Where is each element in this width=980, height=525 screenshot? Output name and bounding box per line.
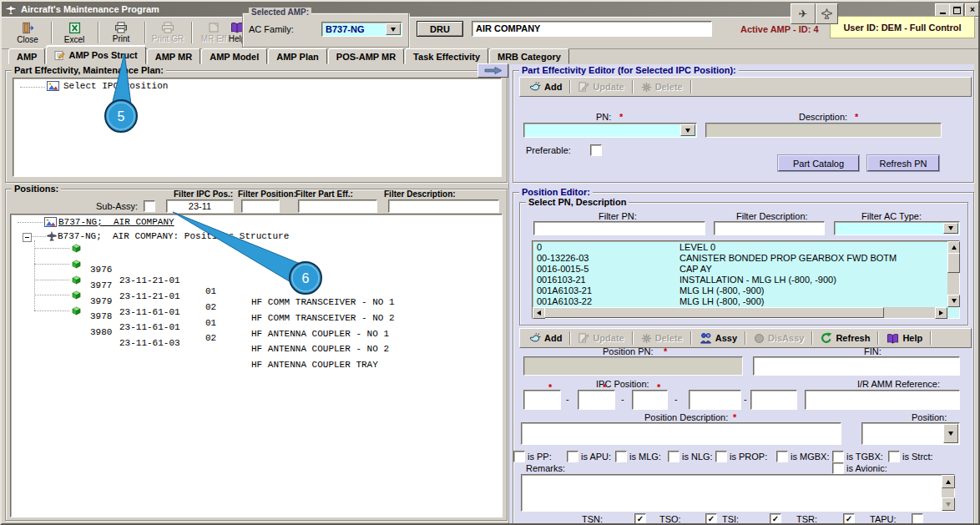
is-tgbx-checkbox[interactable]: ✓: [832, 451, 844, 462]
position-row[interactable]: 3977 23-11-21-01 02 HF COMM TRANSCEIVER …: [11, 259, 502, 270]
filter-pn-input[interactable]: [533, 221, 705, 235]
ipc-segment-2-input[interactable]: [578, 390, 615, 410]
tree-collapse-toggle[interactable]: [23, 233, 32, 242]
is-avionic-checkbox[interactable]: ✓: [832, 462, 844, 474]
filter-part-eff-input[interactable]: [298, 199, 377, 213]
is-mgbx-checkbox[interactable]: ✓: [776, 451, 788, 462]
print-gr-button[interactable]: Print GR: [147, 19, 189, 46]
plan-tree-item[interactable]: Select IPC Position: [63, 81, 168, 92]
restore-button[interactable]: [949, 3, 964, 17]
position-row[interactable]: 3978 23-11-61-01 02 HF ANTENNA COUPLER -…: [11, 290, 502, 300]
scroll-up-button[interactable]: [942, 475, 955, 488]
remarks-textarea[interactable]: [521, 474, 955, 512]
ipc-segment-1-input[interactable]: [523, 390, 561, 410]
is-apu-checkbox[interactable]: ✓: [567, 451, 578, 462]
tab-amp-pos-struct[interactable]: AMP Pos Struct: [46, 46, 145, 64]
position-row[interactable]: 3976 23-11-21-01 01 HF COMM TRANSCEIVER …: [11, 243, 502, 254]
pn-combobox[interactable]: [523, 123, 697, 138]
scroll-left-button[interactable]: [533, 307, 545, 319]
position-dropdown-button[interactable]: [943, 424, 958, 443]
add-position-button[interactable]: Add: [523, 331, 568, 346]
tree-root-item[interactable]: B737-NG; AIR COMPANY: [58, 217, 174, 228]
disassy-button[interactable]: DisAssy: [748, 331, 810, 346]
list-item[interactable]: 0LEVEL 0: [533, 242, 946, 253]
is-prop-checkbox[interactable]: ✓: [715, 451, 727, 462]
minimize-button[interactable]: [935, 3, 950, 17]
tab-amp-model[interactable]: AMP Model: [201, 48, 267, 64]
tab-amp-plan[interactable]: AMP Plan: [268, 48, 327, 64]
delete-button[interactable]: Delete: [635, 79, 689, 94]
list-item[interactable]: 0016103-21INSTALLATION - MLG LH (-800, -…: [533, 275, 946, 285]
is-mlg-checkbox[interactable]: ✓: [615, 451, 627, 462]
filter-description-input[interactable]: [388, 199, 499, 213]
tapu-checkbox[interactable]: ✓: [912, 513, 923, 525]
preferable-checkbox[interactable]: ✓: [590, 144, 602, 156]
tsr-checkbox[interactable]: ✓: [843, 513, 855, 525]
part-catalog-button[interactable]: Part Catalog: [778, 155, 859, 171]
plan-tree[interactable]: Select IPC Position: [13, 78, 502, 177]
excel-button[interactable]: Excel: [53, 19, 95, 46]
ipc-segment-3-input[interactable]: [632, 390, 668, 410]
positions-tree[interactable]: B737-NG; AIR COMPANY B737-NG; AIR COMPAN…: [10, 214, 503, 517]
ipc-segment-5-input[interactable]: [750, 390, 797, 410]
fin-field[interactable]: [753, 356, 960, 376]
list-item[interactable]: 0016-0015-5CAP AY: [533, 264, 946, 275]
scrollbar-thumb[interactable]: [544, 307, 884, 318]
is-nlg-checkbox[interactable]: ✓: [668, 451, 679, 462]
tso-checkbox[interactable]: ✓: [705, 513, 717, 525]
position-combobox[interactable]: [861, 422, 960, 445]
scroll-up-button[interactable]: [947, 241, 960, 254]
assy-button[interactable]: Assy: [694, 331, 743, 346]
tab-amp-mr[interactable]: AMP MR: [147, 48, 200, 64]
plane-front-tool-button[interactable]: [816, 3, 838, 24]
refresh-button[interactable]: Refresh: [815, 331, 876, 346]
ac-family-dropdown-button[interactable]: [386, 23, 401, 35]
pn-list[interactable]: 0LEVEL 0 00-13226-03CANISTER BONDED PROP…: [532, 240, 960, 319]
filter-position-input[interactable]: [241, 199, 280, 213]
scroll-right-button[interactable]: [935, 307, 947, 319]
scroll-down-button[interactable]: [947, 295, 960, 307]
ipc-segment-4-input[interactable]: [689, 390, 741, 410]
is-pp-checkbox[interactable]: ✓: [513, 451, 525, 462]
ir-amm-field[interactable]: [805, 390, 960, 410]
add-button[interactable]: Add: [523, 79, 568, 94]
company-field[interactable]: AIR COMPANY: [472, 21, 712, 37]
print-button[interactable]: Print: [100, 19, 142, 46]
position-row[interactable]: 3980 23-11-61-03 HF ANTENNA COUPLER TRAY: [11, 305, 502, 316]
scroll-down-button[interactable]: [942, 497, 955, 511]
is-strct-checkbox[interactable]: ✓: [888, 451, 900, 462]
filter-ipc-input[interactable]: [166, 199, 234, 213]
list-item[interactable]: 00-13226-03CANISTER BONDED PROP GEARBOX …: [533, 253, 946, 264]
dru-button[interactable]: DRU: [417, 21, 463, 37]
update-position-button[interactable]: Update: [573, 331, 629, 346]
position-description-field[interactable]: [521, 422, 841, 445]
remarks-scrollbar[interactable]: [942, 475, 954, 511]
ac-family-combobox[interactable]: B737-NG: [321, 22, 402, 37]
tab-task-effectivity[interactable]: Task Effectivity: [405, 48, 488, 64]
delete-position-button[interactable]: Delete: [635, 331, 689, 346]
position-row[interactable]: 3979 23-11-61-01 01 HF ANTENNA COUPLER -…: [11, 275, 502, 285]
scrollbar-thumb[interactable]: [947, 253, 960, 273]
list-horizontal-scrollbar[interactable]: [533, 307, 947, 318]
tab-mrb-category[interactable]: MRB Category: [489, 48, 569, 64]
help-editor-button[interactable]: Help: [881, 331, 928, 346]
ac-type-dropdown-button[interactable]: [943, 223, 958, 234]
expand-panel-button[interactable]: [477, 63, 508, 78]
tree-branch-item[interactable]: B737-NG; AIR COMPANY: Positions Structur…: [58, 231, 289, 242]
list-item[interactable]: 001A6103-21MLG LH (-800, -900): [533, 285, 946, 296]
sub-assy-checkbox[interactable]: ✓: [144, 200, 155, 212]
plane-side-tool-button[interactable]: ✈: [791, 3, 816, 24]
tsn-checkbox[interactable]: ✓: [634, 513, 646, 525]
tab-amp[interactable]: AMP: [8, 48, 45, 64]
filter-ac-type-combobox[interactable]: [834, 221, 960, 235]
list-vertical-scrollbar[interactable]: [947, 241, 959, 307]
refresh-pn-button[interactable]: Refresh PN: [867, 155, 939, 171]
filter-description2-input[interactable]: [714, 221, 825, 235]
update-button[interactable]: Update: [573, 79, 629, 94]
close-window-button[interactable]: ×: [965, 3, 980, 17]
tsi-checkbox[interactable]: ✓: [770, 513, 781, 525]
list-item[interactable]: 001A6103-22MLG LH (-800, -900): [533, 296, 946, 307]
tab-pos-amp-mr[interactable]: POS-AMP MR: [328, 48, 404, 64]
close-button[interactable]: Close: [7, 19, 48, 46]
pn-dropdown-button[interactable]: [680, 124, 695, 136]
